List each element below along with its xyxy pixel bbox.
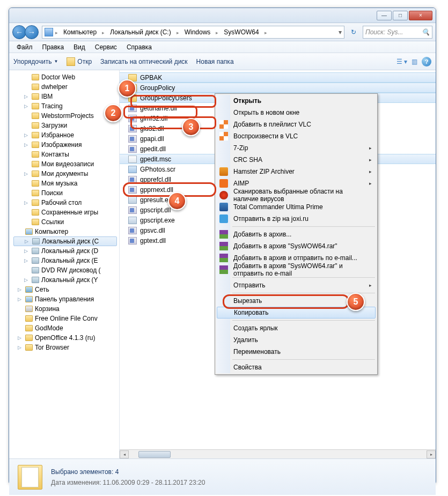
expand-icon[interactable]: ▷ [24,248,30,254]
scroll-thumb[interactable] [138,451,171,458]
file-item[interactable]: GroupPolicy [120,83,436,93]
menu-tools[interactable]: Сервис [91,42,121,52]
context-menu-item[interactable]: Открыть в новом окне [216,107,376,119]
msc-icon [128,156,137,163]
context-menu-item[interactable]: Отправить в zip на joxi.ru [216,213,376,225]
tree-item[interactable]: Ссылки [13,217,119,227]
close-button[interactable]: × [409,11,432,20]
maximize-button[interactable]: □ [393,11,408,20]
expand-icon[interactable]: ▷ [24,200,30,205]
context-menu-item[interactable]: 7-Zip [216,142,376,154]
tree-item[interactable]: Doctor Web [13,72,119,82]
dropdown-icon[interactable]: ▾ [339,28,342,36]
tree-item[interactable]: Сохраненные игры [13,208,119,217]
tree-item[interactable]: DVD RW дисковод ( [13,265,119,275]
tree-item[interactable]: WebstormProjects [13,111,119,121]
scroll-left-button[interactable]: ◂ [120,450,129,458]
tree-item[interactable]: ▷Локальный диск (Y [13,275,119,285]
context-menu-item[interactable]: Воспроизвести в VLC [216,130,376,142]
breadcrumb-item[interactable]: SysWOW64 [221,27,262,37]
open-button[interactable]: Откр [67,57,92,66]
tree-item[interactable]: Моя музыка [13,179,119,188]
tree-item[interactable]: ▷Локальный диск (D [13,246,119,256]
breadcrumb-item[interactable]: Компьютер [60,27,100,37]
tree-item[interactable]: Корзина [13,304,119,314]
scroll-right-button[interactable]: ▸ [427,450,436,458]
breadcrumb-item[interactable]: Локальный диск (C:) [107,27,174,37]
expand-icon[interactable]: ▷ [24,277,30,283]
tree-item[interactable]: ▷Локальный диск (E [13,256,119,265]
pc-icon [25,228,33,235]
zip-icon [219,167,228,176]
expand-icon[interactable]: ▷ [25,239,30,244]
context-menu-item[interactable]: Отправить [216,279,376,291]
tree-item[interactable]: ▷IBM [13,92,119,101]
help-button[interactable]: ? [422,57,431,66]
expand-icon[interactable]: ▷ [24,132,30,138]
context-menu-item[interactable]: Total Commander Ultima Prime [216,201,376,213]
context-menu-item[interactable]: Добавить в архив "SysWOW64.rar" и отправ… [216,264,376,276]
expand-icon[interactable]: ▷ [18,287,23,292]
context-menu-item[interactable]: Сканировать выбранные области на наличие… [216,189,376,201]
forward-button[interactable]: → [25,25,39,39]
new-folder-button[interactable]: Новая папка [196,58,234,65]
menu-edit[interactable]: Правка [38,42,69,52]
tree-item[interactable]: Компьютер [13,227,119,236]
tree-item[interactable]: ▷Мои документы [13,169,119,179]
file-item[interactable]: GPBAK [120,72,436,83]
refresh-button[interactable]: ↻ [348,26,359,38]
menu-view[interactable]: Вид [69,42,90,52]
burn-button[interactable]: Записать на оптический диск [100,58,188,65]
breadcrumb[interactable]: Компьютер Локальный диск (C:) Windows Sy… [42,26,344,39]
context-menu-item[interactable]: Добавить в плейлист VLC [216,119,376,130]
tree-item[interactable]: ▷Изображения [13,140,119,150]
tree-item[interactable]: ▷OpenOffice 4.1.3 (ru) [13,333,119,343]
tree-item[interactable]: ▷Сеть [13,285,119,294]
preview-pane-button[interactable]: ▥ [412,58,417,65]
context-menu-item[interactable]: Добавить в архив... [216,228,376,240]
tree-item[interactable]: ▷Tracing [13,101,119,111]
expand-icon[interactable]: ▷ [24,103,30,109]
expand-icon[interactable]: ▷ [18,335,23,340]
expand-icon[interactable]: ▷ [24,258,30,263]
file-name: GPBAK [140,74,162,82]
context-menu-item[interactable]: Открыть [216,95,376,107]
tree-item[interactable]: ▷Рабочий стол [13,198,119,208]
expand-icon[interactable]: ▷ [24,171,30,176]
context-menu-item[interactable]: CRC SHA [216,154,376,166]
tree-item[interactable]: ▷Панель управления [13,294,119,304]
file-name: GroupPolicy [140,84,175,92]
breadcrumb-item[interactable]: Windows [181,27,214,37]
tree-item[interactable]: Мои видеозаписи [13,159,119,169]
tree-item[interactable]: Контакты [13,150,119,159]
menu-help[interactable]: Справка [122,42,156,52]
context-menu-item[interactable]: Свойства [216,361,376,373]
tree-item[interactable]: Поиски [13,188,119,198]
nav-tree[interactable]: Doctor Webdwhelper▷IBM▷TracingWebstormPr… [9,70,120,458]
minimize-button[interactable]: — [377,11,392,20]
tree-item[interactable]: ▷Tor Browser [13,343,119,352]
context-menu-item[interactable]: Hamster ZIP Archiver [216,166,376,177]
expand-icon[interactable]: ▷ [24,142,30,147]
folder-icon [67,57,75,66]
tree-item[interactable]: ▷Избранное [13,130,119,140]
expand-icon[interactable]: ▷ [18,297,23,302]
tree-item[interactable]: Free Online File Conv [13,314,119,323]
context-menu-item[interactable]: Удалить [216,334,376,346]
expand-icon[interactable]: ▷ [24,94,30,99]
context-menu-item[interactable]: Переименовать [216,346,376,358]
horizontal-scrollbar[interactable]: ◂ ▸ [120,449,436,458]
tree-item[interactable]: ▷Локальный диск (C [13,236,117,246]
tree-item[interactable]: GodMode [13,323,119,333]
vlc-icon [219,120,228,129]
expand-icon[interactable]: ▷ [18,345,23,350]
tree-item[interactable]: Загрузки [13,121,119,130]
search-input[interactable]: Поиск: Sys... 🔍 [363,26,432,39]
tree-item[interactable]: dwhelper [13,82,119,92]
context-menu-item[interactable]: Создать ярлык [216,322,376,334]
menu-file[interactable]: Файл [12,42,37,52]
dll-icon [128,206,137,214]
context-menu-item[interactable]: Добавить в архив "SysWOW64.rar" [216,240,376,252]
organize-button[interactable]: Упорядочить ▼ [13,58,58,65]
view-mode-button[interactable]: ☰ ▾ [396,58,407,65]
